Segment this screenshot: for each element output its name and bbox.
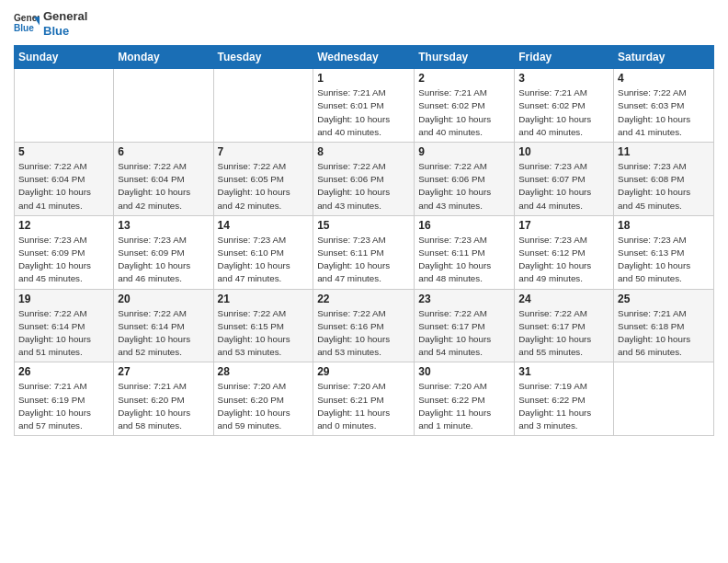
day-info: Sunrise: 7:22 AM Sunset: 6:03 PM Dayligh… xyxy=(618,86,710,139)
day-number: 3 xyxy=(518,72,609,85)
day-number: 23 xyxy=(418,293,510,305)
logo: General Blue General Blue xyxy=(14,9,87,38)
day-number: 19 xyxy=(18,293,109,305)
calendar-cell: 21Sunrise: 7:22 AM Sunset: 6:15 PM Dayli… xyxy=(213,289,313,362)
day-info: Sunrise: 7:23 AM Sunset: 6:11 PM Dayligh… xyxy=(317,234,410,286)
calendar-cell: 15Sunrise: 7:23 AM Sunset: 6:11 PM Dayli… xyxy=(313,215,415,289)
day-info: Sunrise: 7:23 AM Sunset: 6:09 PM Dayligh… xyxy=(118,234,209,286)
day-number: 8 xyxy=(317,145,410,158)
day-number: 17 xyxy=(518,219,609,232)
day-info: Sunrise: 7:22 AM Sunset: 6:15 PM Dayligh… xyxy=(218,307,310,360)
calendar-cell: 13Sunrise: 7:23 AM Sunset: 6:09 PM Dayli… xyxy=(114,215,213,289)
day-info: Sunrise: 7:22 AM Sunset: 6:17 PM Dayligh… xyxy=(418,307,510,360)
day-info: Sunrise: 7:22 AM Sunset: 6:14 PM Dayligh… xyxy=(18,307,109,360)
day-number: 5 xyxy=(18,145,109,158)
day-number: 30 xyxy=(418,365,510,378)
svg-text:Blue: Blue xyxy=(14,22,34,32)
calendar-cell: 23Sunrise: 7:22 AM Sunset: 6:17 PM Dayli… xyxy=(415,289,515,362)
day-info: Sunrise: 7:23 AM Sunset: 6:10 PM Dayligh… xyxy=(218,234,310,286)
calendar-cell: 28Sunrise: 7:20 AM Sunset: 6:20 PM Dayli… xyxy=(213,362,313,436)
calendar-cell: 25Sunrise: 7:21 AM Sunset: 6:18 PM Dayli… xyxy=(614,289,714,362)
calendar-cell: 4Sunrise: 7:22 AM Sunset: 6:03 PM Daylig… xyxy=(614,69,714,143)
day-number: 12 xyxy=(18,219,109,232)
calendar-cell: 10Sunrise: 7:23 AM Sunset: 6:07 PM Dayli… xyxy=(515,143,614,216)
day-info: Sunrise: 7:22 AM Sunset: 6:04 PM Dayligh… xyxy=(118,160,209,213)
day-number: 25 xyxy=(618,293,710,305)
day-info: Sunrise: 7:22 AM Sunset: 6:04 PM Dayligh… xyxy=(18,160,109,213)
calendar-cell: 26Sunrise: 7:21 AM Sunset: 6:19 PM Dayli… xyxy=(15,362,114,436)
calendar-cell: 6Sunrise: 7:22 AM Sunset: 6:04 PM Daylig… xyxy=(114,143,213,216)
day-number: 1 xyxy=(317,72,410,85)
calendar-cell: 12Sunrise: 7:23 AM Sunset: 6:09 PM Dayli… xyxy=(15,215,114,289)
weekday-header-wednesday: Wednesday xyxy=(313,46,415,69)
day-info: Sunrise: 7:20 AM Sunset: 6:22 PM Dayligh… xyxy=(418,380,510,432)
day-number: 29 xyxy=(317,365,410,378)
day-number: 7 xyxy=(218,145,310,158)
calendar-cell: 22Sunrise: 7:22 AM Sunset: 6:16 PM Dayli… xyxy=(313,289,415,362)
day-info: Sunrise: 7:23 AM Sunset: 6:08 PM Dayligh… xyxy=(618,160,710,213)
logo-line2: Blue xyxy=(43,24,87,39)
day-info: Sunrise: 7:22 AM Sunset: 6:06 PM Dayligh… xyxy=(418,160,510,213)
calendar-cell: 11Sunrise: 7:23 AM Sunset: 6:08 PM Dayli… xyxy=(614,143,714,216)
calendar-cell: 24Sunrise: 7:22 AM Sunset: 6:17 PM Dayli… xyxy=(515,289,614,362)
day-number: 6 xyxy=(118,145,209,158)
calendar-table: SundayMondayTuesdayWednesdayThursdayFrid… xyxy=(14,45,714,436)
day-number: 21 xyxy=(218,293,310,305)
calendar-week-row: 19Sunrise: 7:22 AM Sunset: 6:14 PM Dayli… xyxy=(15,289,714,362)
calendar-week-row: 26Sunrise: 7:21 AM Sunset: 6:19 PM Dayli… xyxy=(15,362,714,436)
day-number: 13 xyxy=(118,219,209,232)
calendar-cell: 2Sunrise: 7:21 AM Sunset: 6:02 PM Daylig… xyxy=(415,69,515,143)
day-number: 24 xyxy=(518,293,609,305)
calendar-cell xyxy=(15,69,114,143)
calendar-cell: 27Sunrise: 7:21 AM Sunset: 6:20 PM Dayli… xyxy=(114,362,213,436)
day-info: Sunrise: 7:23 AM Sunset: 6:11 PM Dayligh… xyxy=(418,234,510,286)
calendar-cell xyxy=(614,362,714,436)
day-info: Sunrise: 7:22 AM Sunset: 6:16 PM Dayligh… xyxy=(317,307,410,360)
weekday-header-saturday: Saturday xyxy=(614,46,714,69)
weekday-header-thursday: Thursday xyxy=(415,46,515,69)
calendar-cell: 7Sunrise: 7:22 AM Sunset: 6:05 PM Daylig… xyxy=(213,143,313,216)
day-number: 26 xyxy=(18,365,109,378)
day-info: Sunrise: 7:21 AM Sunset: 6:01 PM Dayligh… xyxy=(317,86,410,139)
day-info: Sunrise: 7:23 AM Sunset: 6:07 PM Dayligh… xyxy=(518,160,609,213)
calendar-week-row: 1Sunrise: 7:21 AM Sunset: 6:01 PM Daylig… xyxy=(15,69,714,143)
calendar-cell: 31Sunrise: 7:19 AM Sunset: 6:22 PM Dayli… xyxy=(515,362,614,436)
calendar-cell xyxy=(213,69,313,143)
calendar-cell: 20Sunrise: 7:22 AM Sunset: 6:14 PM Dayli… xyxy=(114,289,213,362)
calendar-cell: 14Sunrise: 7:23 AM Sunset: 6:10 PM Dayli… xyxy=(213,215,313,289)
day-info: Sunrise: 7:21 AM Sunset: 6:02 PM Dayligh… xyxy=(418,86,510,139)
calendar-cell: 30Sunrise: 7:20 AM Sunset: 6:22 PM Dayli… xyxy=(415,362,515,436)
day-info: Sunrise: 7:22 AM Sunset: 6:17 PM Dayligh… xyxy=(518,307,609,360)
calendar-header: SundayMondayTuesdayWednesdayThursdayFrid… xyxy=(15,46,714,69)
calendar-cell: 5Sunrise: 7:22 AM Sunset: 6:04 PM Daylig… xyxy=(15,143,114,216)
calendar-cell: 9Sunrise: 7:22 AM Sunset: 6:06 PM Daylig… xyxy=(415,143,515,216)
day-info: Sunrise: 7:22 AM Sunset: 6:05 PM Dayligh… xyxy=(218,160,310,213)
day-number: 14 xyxy=(218,219,310,232)
day-info: Sunrise: 7:23 AM Sunset: 6:12 PM Dayligh… xyxy=(518,234,609,286)
calendar-cell: 8Sunrise: 7:22 AM Sunset: 6:06 PM Daylig… xyxy=(313,143,415,216)
day-info: Sunrise: 7:22 AM Sunset: 6:14 PM Dayligh… xyxy=(118,307,209,360)
calendar-week-row: 12Sunrise: 7:23 AM Sunset: 6:09 PM Dayli… xyxy=(15,215,714,289)
day-info: Sunrise: 7:22 AM Sunset: 6:06 PM Dayligh… xyxy=(317,160,410,213)
weekday-row: SundayMondayTuesdayWednesdayThursdayFrid… xyxy=(15,46,714,69)
calendar-page: General Blue General Blue SundayMondayTu… xyxy=(0,0,728,563)
day-number: 15 xyxy=(317,219,410,232)
day-number: 20 xyxy=(118,293,209,305)
calendar-week-row: 5Sunrise: 7:22 AM Sunset: 6:04 PM Daylig… xyxy=(15,143,714,216)
weekday-header-sunday: Sunday xyxy=(15,46,114,69)
day-info: Sunrise: 7:20 AM Sunset: 6:20 PM Dayligh… xyxy=(218,380,310,432)
day-number: 11 xyxy=(618,145,710,158)
logo-line1: General xyxy=(43,9,87,24)
calendar-cell xyxy=(114,69,213,143)
day-number: 22 xyxy=(317,293,410,305)
day-number: 31 xyxy=(518,365,609,378)
weekday-header-friday: Friday xyxy=(515,46,614,69)
day-number: 16 xyxy=(418,219,510,232)
calendar-cell: 16Sunrise: 7:23 AM Sunset: 6:11 PM Dayli… xyxy=(415,215,515,289)
calendar-cell: 3Sunrise: 7:21 AM Sunset: 6:02 PM Daylig… xyxy=(515,69,614,143)
day-info: Sunrise: 7:21 AM Sunset: 6:02 PM Dayligh… xyxy=(518,86,609,139)
day-number: 10 xyxy=(518,145,609,158)
day-info: Sunrise: 7:20 AM Sunset: 6:21 PM Dayligh… xyxy=(317,380,410,432)
calendar-cell: 19Sunrise: 7:22 AM Sunset: 6:14 PM Dayli… xyxy=(15,289,114,362)
day-info: Sunrise: 7:23 AM Sunset: 6:09 PM Dayligh… xyxy=(18,234,109,286)
